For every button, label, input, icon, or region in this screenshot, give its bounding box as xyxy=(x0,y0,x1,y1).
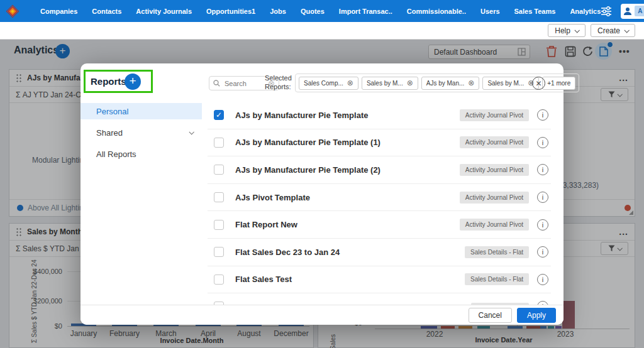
nav-item-contacts[interactable]: Contacts xyxy=(92,8,121,15)
modal-title: Reports xyxy=(91,76,126,87)
sidebar-item-label: Personal xyxy=(96,107,128,116)
selected-report-chip[interactable]: Sales by M...⊗ xyxy=(482,77,539,90)
report-name: AJs by Manufacturer Pie Template xyxy=(235,111,368,120)
info-icon[interactable]: i xyxy=(537,219,548,231)
report-name: AJs Pivot Template xyxy=(235,193,310,202)
create-button[interactable]: Create xyxy=(591,24,635,37)
apply-button[interactable]: Apply xyxy=(517,308,556,323)
report-checkbox[interactable] xyxy=(214,138,224,148)
modal-sidebar: PersonalSharedAll Reports xyxy=(80,103,202,167)
report-row[interactable]: AJs by Manufacturer Pie Template (1)Acti… xyxy=(208,129,551,157)
report-type-badge: Activity Journal Pivot xyxy=(460,109,529,121)
help-label: Help xyxy=(555,26,570,35)
chip-label: AJs by Man... xyxy=(426,80,465,87)
nav-item-activity-journals[interactable]: Activity Journals xyxy=(136,8,192,15)
report-row[interactable]: Flat Report NewActivity Journal Pivoti xyxy=(208,211,551,239)
cancel-button[interactable]: Cancel xyxy=(469,308,512,323)
report-checkbox[interactable]: ✓ xyxy=(214,110,224,120)
modal-footer: Cancel Apply xyxy=(80,305,564,325)
report-row[interactable]: AJs Pivot TemplateActivity Journal Pivot… xyxy=(208,184,551,212)
report-name: AJs by Manufacturer Pie Template (2) xyxy=(235,165,380,175)
report-type-badge: Sales Details - Flat xyxy=(465,246,529,258)
chip-remove-icon[interactable]: ⊗ xyxy=(407,79,413,87)
report-row[interactable]: AJs by Manufacturer Pie Template (2)Acti… xyxy=(208,156,551,184)
report-name: Flat Sales Test xyxy=(235,275,292,284)
reports-list: ✓AJs by Manufacturer Pie TemplateActivit… xyxy=(208,102,551,305)
nav-item-analytics[interactable]: Analytics xyxy=(570,8,601,15)
search-icon xyxy=(213,80,220,87)
chip-remove-icon[interactable]: ⊗ xyxy=(468,79,474,87)
app-logo-icon xyxy=(5,4,20,19)
nav-right: A xyxy=(601,4,644,19)
report-row[interactable]: Flat Sales Dec 23 to Jan 24Sales Details… xyxy=(208,239,551,266)
user-menu[interactable]: A xyxy=(621,4,644,19)
help-button[interactable]: Help xyxy=(548,24,586,37)
report-checkbox[interactable] xyxy=(214,192,224,202)
chip-remove-icon[interactable]: ⊗ xyxy=(347,79,353,87)
sidebar-item-label: Shared xyxy=(96,128,123,138)
chevron-down-icon xyxy=(189,129,194,134)
chevron-down-icon xyxy=(574,28,579,33)
info-icon[interactable]: i xyxy=(537,137,548,148)
nav-item-jobs[interactable]: Jobs xyxy=(270,8,286,15)
report-type-badge: Activity Journal Pivot xyxy=(460,192,529,204)
user-icon xyxy=(623,6,633,16)
report-row[interactable]: i xyxy=(208,293,551,305)
chip-label: Sales by M... xyxy=(367,80,403,87)
action-bar: Help Create xyxy=(0,22,644,40)
user-initial-badge: A xyxy=(635,6,644,16)
report-row[interactable]: Flat Sales TestSales Details - Flati xyxy=(208,266,551,294)
info-icon[interactable]: i xyxy=(537,109,548,121)
chip-label: Sales by M... xyxy=(487,80,524,87)
nav-item-companies[interactable]: Companies xyxy=(40,8,77,15)
nav-item-commissionable-[interactable]: Commissionable.. xyxy=(407,8,466,15)
report-name: Flat Report New xyxy=(235,220,297,229)
settings-sliders-icon[interactable] xyxy=(601,6,612,16)
info-icon[interactable]: i xyxy=(537,192,548,203)
chevron-down-icon xyxy=(624,28,629,33)
add-report-button[interactable]: + xyxy=(125,73,141,90)
report-checkbox[interactable] xyxy=(214,275,224,285)
screen: CompaniesContactsActivity JournalsOpport… xyxy=(0,0,644,348)
nav-items: CompaniesContactsActivity JournalsOpport… xyxy=(40,8,601,15)
nav-item-users[interactable]: Users xyxy=(480,8,500,15)
sidebar-item-personal[interactable]: Personal xyxy=(80,103,202,119)
selected-report-chip[interactable]: Sales Comp...⊗ xyxy=(299,77,358,90)
chip-label: Sales Comp... xyxy=(304,80,343,87)
report-type-badge: Activity Journal Pivot xyxy=(460,136,529,148)
search-input[interactable] xyxy=(223,79,260,88)
sidebar-item-all-reports[interactable]: All Reports xyxy=(80,146,202,162)
report-checkbox[interactable] xyxy=(214,165,224,175)
sidebar-item-label: All Reports xyxy=(96,150,136,159)
report-name: Flat Sales Dec 23 to Jan 24 xyxy=(235,247,340,257)
info-icon[interactable]: i xyxy=(537,164,548,175)
report-row[interactable]: ✓AJs by Manufacturer Pie TemplateActivit… xyxy=(208,102,551,129)
report-type-badge: Activity Journal Pivot xyxy=(460,164,529,176)
report-checkbox[interactable] xyxy=(214,220,224,230)
sidebar-item-shared[interactable]: Shared xyxy=(80,124,202,141)
create-label: Create xyxy=(597,26,620,35)
info-icon[interactable]: i xyxy=(537,246,548,258)
more-chip[interactable]: +1 more xyxy=(542,77,575,90)
selected-reports-label: Selected Reports: xyxy=(265,73,295,91)
report-type-badge: Sales Details - Flat xyxy=(465,273,529,285)
info-icon[interactable]: i xyxy=(537,274,548,285)
report-type-badge: Activity Journal Pivot xyxy=(460,219,529,231)
reports-modal: Reports + ⊗ Selected Reports: Sales Comp… xyxy=(80,63,564,325)
report-name: AJs by Manufacturer Pie Template (1) xyxy=(235,138,380,147)
nav-item-opportunities1[interactable]: Opportunities1 xyxy=(206,8,255,15)
nav-item-import-transac-[interactable]: Import Transac.. xyxy=(339,8,392,15)
nav-item-sales-teams[interactable]: Sales Teams xyxy=(514,8,556,15)
nav-item-quotes[interactable]: Quotes xyxy=(301,8,325,15)
top-nav: CompaniesContactsActivity JournalsOpport… xyxy=(0,0,644,22)
selected-report-chip[interactable]: Sales by M...⊗ xyxy=(362,77,418,90)
modal-close-button[interactable]: ✕ xyxy=(532,77,545,90)
report-checkbox[interactable] xyxy=(214,247,224,257)
selected-report-chip[interactable]: AJs by Man...⊗ xyxy=(421,77,480,90)
